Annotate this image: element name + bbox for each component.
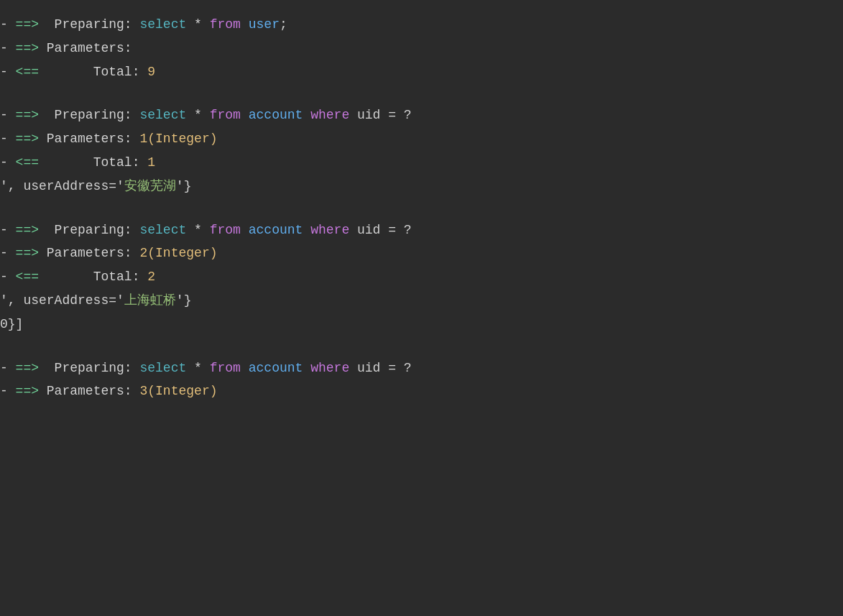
keyword-where: where: [310, 220, 349, 241]
quote-prefix: ', userAddress=': [0, 290, 124, 311]
space: [202, 358, 210, 379]
space: Preparing:: [39, 358, 139, 379]
total-label: Total:: [39, 267, 147, 288]
space: [186, 358, 194, 379]
star: *: [194, 14, 202, 35]
keyword-select: select: [139, 14, 186, 35]
arrow-out: ==>: [16, 243, 39, 264]
param-value: 2: [139, 243, 147, 264]
dash: -: [0, 152, 16, 173]
keyword-select: select: [139, 358, 186, 379]
log-line: - ==> Preparing: select * from account w…: [0, 357, 843, 380]
param-value: 1: [139, 129, 147, 150]
space: [186, 14, 194, 35]
table-account: account: [249, 220, 303, 241]
table-user: user: [249, 14, 280, 35]
keyword-where: where: [310, 105, 349, 126]
table-account: account: [249, 105, 303, 126]
total-value: 1: [147, 152, 155, 173]
keyword-from: from: [210, 358, 241, 379]
star: *: [194, 358, 202, 379]
keyword-where: where: [310, 358, 349, 379]
param-type: (Integer): [147, 243, 217, 264]
arrow-out: ==>: [16, 14, 39, 35]
arrow-out: ==>: [16, 220, 39, 241]
dash: -: [0, 381, 16, 402]
param-type: (Integer): [147, 129, 217, 150]
dash: -: [0, 358, 16, 379]
log-block-2: - ==> Preparing: select * from account w…: [0, 104, 843, 198]
chinese-value: 安徽芜湖: [124, 176, 176, 197]
terminal-output: - ==> Preparing: select * from user; - =…: [0, 7, 843, 415]
arrow-in: <==: [16, 152, 39, 173]
log-line: - ==> Parameters: 3(Integer): [0, 380, 843, 403]
log-line: ', userAddress='上海虹桥'}: [0, 289, 843, 313]
star: *: [194, 220, 202, 241]
param-type: (Integer): [147, 381, 217, 402]
keyword-select: select: [139, 105, 186, 126]
log-line: - ==> Preparing: select * from user;: [0, 13, 843, 37]
keyword-select: select: [139, 220, 186, 241]
semicolon: ;: [280, 14, 287, 35]
params-label: Parameters:: [39, 38, 132, 59]
uid-eq: uid = ?: [349, 358, 411, 379]
params-label: Parameters:: [39, 381, 139, 402]
log-block-4: - ==> Preparing: select * from account w…: [0, 357, 843, 404]
space: [186, 220, 194, 241]
arrow-out: ==>: [16, 358, 39, 379]
quote-suffix: '}: [176, 290, 192, 311]
dash: -: [0, 62, 16, 83]
space: Preparing:: [39, 105, 139, 126]
log-line: - ==> Preparing: select * from account w…: [0, 219, 843, 242]
arrow-out: ==>: [16, 129, 39, 150]
log-block-3: - ==> Preparing: select * from account w…: [0, 219, 843, 336]
arrow-out: ==>: [16, 38, 39, 59]
arrow-out: ==>: [16, 381, 39, 402]
space: [303, 105, 310, 126]
keyword-from: from: [210, 220, 241, 241]
dash: -: [0, 243, 16, 264]
space: [303, 358, 310, 379]
space: [186, 105, 194, 126]
dash: -: [0, 267, 16, 288]
total-value: 9: [147, 62, 155, 83]
space: [241, 14, 249, 35]
uid-eq: uid = ?: [349, 105, 411, 126]
table-account: account: [249, 358, 303, 379]
params-label: Parameters:: [39, 129, 139, 150]
keyword-from: from: [210, 105, 241, 126]
space: [202, 105, 210, 126]
log-line: - ==> Parameters:: [0, 37, 843, 60]
space: [303, 220, 310, 241]
dash: -: [0, 105, 16, 126]
quote-prefix: ', userAddress=': [0, 176, 124, 197]
space: [241, 105, 249, 126]
chinese-value: 上海虹桥: [124, 290, 176, 311]
space: Preparing:: [39, 14, 139, 35]
param-value: 3: [139, 381, 147, 402]
space: Preparing:: [39, 220, 139, 241]
dash: -: [0, 220, 16, 241]
dash: -: [0, 14, 16, 35]
log-line: 0}]: [0, 313, 843, 336]
dash: -: [0, 38, 16, 59]
log-line: - <== Total: 1: [0, 151, 843, 175]
uid-eq: uid = ?: [349, 220, 411, 241]
params-label: Parameters:: [39, 243, 139, 264]
dash: -: [0, 129, 16, 150]
log-line: - ==> Parameters: 2(Integer): [0, 242, 843, 265]
space: [202, 220, 210, 241]
log-line: ', userAddress='安徽芜湖'}: [0, 175, 843, 198]
total-label: Total:: [39, 62, 147, 83]
end-marker: 0}]: [0, 314, 23, 335]
log-line: - ==> Parameters: 1(Integer): [0, 127, 843, 151]
space: [202, 14, 210, 35]
total-value: 2: [147, 267, 155, 288]
log-line: - ==> Preparing: select * from account w…: [0, 104, 843, 127]
total-label: Total:: [39, 152, 147, 173]
log-block-1: - ==> Preparing: select * from user; - =…: [0, 13, 843, 83]
log-line: - <== Total: 2: [0, 265, 843, 289]
keyword-from: from: [210, 14, 241, 35]
arrow-in: <==: [16, 267, 39, 288]
star: *: [194, 105, 202, 126]
